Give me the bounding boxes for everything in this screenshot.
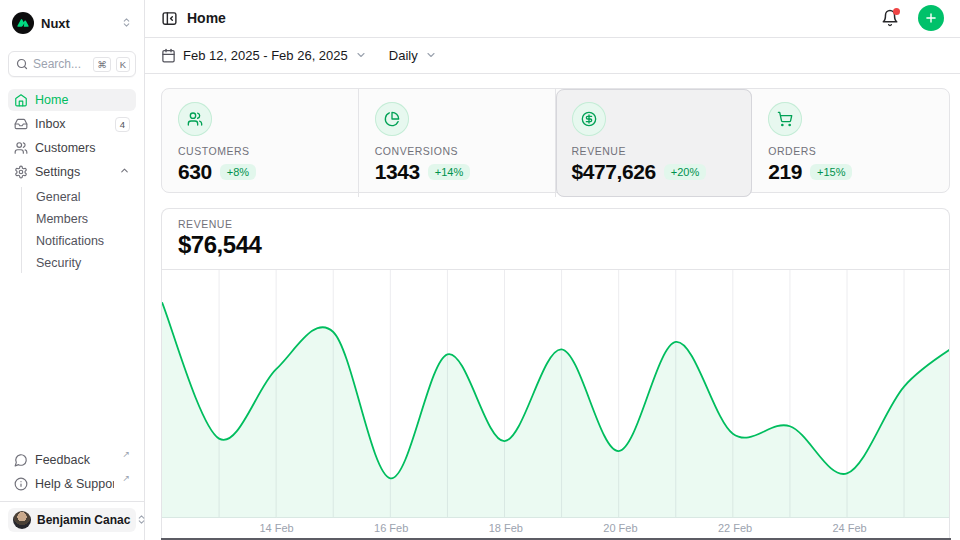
- external-link-icon: ↗: [122, 473, 130, 483]
- search-field[interactable]: [33, 57, 88, 71]
- dollar-circle-icon: [572, 102, 606, 136]
- cart-icon: [768, 102, 802, 136]
- stat-card-customers[interactable]: CUSTOMERS 630 +8%: [162, 89, 359, 197]
- stats-row: CUSTOMERS 630 +8% CONVERSIONS 1343 +14%: [161, 88, 950, 193]
- chart-header: REVENUE $76,544: [162, 209, 949, 270]
- sidebar-nav: Home Inbox 4 Customers Settings General: [8, 89, 136, 273]
- kbd-meta: ⌘: [93, 57, 111, 72]
- avatar: [13, 511, 31, 529]
- feedback-link[interactable]: Feedback ↗: [8, 449, 136, 471]
- stat-card-conversions[interactable]: CONVERSIONS 1343 +14%: [359, 89, 556, 197]
- stat-card-orders[interactable]: ORDERS 219 +15%: [752, 89, 949, 197]
- stat-value: 630: [178, 160, 212, 184]
- sidebar-item-general[interactable]: General: [32, 187, 136, 207]
- chevron-up-icon: [119, 165, 130, 179]
- delta-badge: +20%: [664, 164, 706, 180]
- gear-icon: [14, 165, 28, 179]
- sidebar-item-customers[interactable]: Customers: [8, 137, 136, 159]
- pie-chart-icon: [375, 102, 409, 136]
- collapse-sidebar-button[interactable]: [161, 10, 178, 27]
- page-title: Home: [187, 10, 872, 26]
- user-name: Benjamin Canac: [37, 513, 130, 527]
- date-range-label: Feb 12, 2025 - Feb 26, 2025: [183, 48, 348, 63]
- chart-plot[interactable]: [162, 270, 949, 518]
- area-fill: [162, 302, 949, 518]
- sub-item-label: General: [36, 190, 80, 204]
- user-menu[interactable]: Benjamin Canac: [8, 508, 136, 532]
- main-area: Home Feb 12, 2025 - Feb 26, 2025 Daily: [145, 0, 960, 540]
- search-input[interactable]: ⌘ K: [8, 51, 136, 77]
- revenue-area-chart[interactable]: [162, 270, 949, 518]
- content: CUSTOMERS 630 +8% CONVERSIONS 1343 +14%: [145, 74, 960, 540]
- help-support-link[interactable]: Help & Support ↗: [8, 473, 136, 495]
- users-icon: [178, 102, 212, 136]
- chevron-down-icon: [425, 49, 437, 61]
- sidebar-footer: Feedback ↗ Help & Support ↗: [8, 449, 136, 501]
- sub-item-label: Members: [36, 212, 88, 226]
- x-axis-label: 16 Feb: [374, 522, 408, 534]
- external-link-icon: ↗: [122, 449, 130, 459]
- sidebar-item-home[interactable]: Home: [8, 89, 136, 111]
- nuxt-logo-icon: [12, 12, 34, 34]
- notifications-button[interactable]: [881, 9, 899, 27]
- chat-bubble-icon: [14, 453, 28, 467]
- stat-value: $477,626: [572, 160, 656, 184]
- x-axis: 14 Feb16 Feb18 Feb20 Feb22 Feb24 Feb: [162, 518, 949, 540]
- x-axis-label: 18 Feb: [489, 522, 523, 534]
- sidebar-item-label: Home: [35, 93, 130, 107]
- sidebar-item-notifications[interactable]: Notifications: [32, 231, 136, 251]
- sidebar-item-label: Inbox: [35, 117, 108, 131]
- delta-badge: +8%: [220, 164, 256, 180]
- search-icon: [16, 58, 28, 70]
- sub-item-label: Notifications: [36, 234, 104, 248]
- stat-value: 219: [768, 160, 802, 184]
- home-icon: [14, 93, 28, 107]
- chevrons-up-down-icon: [121, 14, 132, 32]
- sidebar-item-inbox[interactable]: Inbox 4: [8, 113, 136, 135]
- sidebar-item-label: Settings: [35, 165, 112, 179]
- period-label: Daily: [389, 48, 418, 63]
- page-header: Home: [145, 0, 960, 38]
- chevron-down-icon: [355, 49, 367, 61]
- revenue-chart-card: REVENUE $76,544 14 Feb16 Feb18 Feb20 Feb…: [161, 208, 950, 540]
- add-button[interactable]: [918, 5, 944, 31]
- stat-label: ORDERS: [768, 145, 933, 157]
- x-axis-label: 24 Feb: [832, 522, 866, 534]
- workspace-switcher[interactable]: Nuxt: [8, 10, 136, 36]
- delta-badge: +15%: [810, 164, 852, 180]
- delta-badge: +14%: [428, 164, 470, 180]
- inbox-count-badge: 4: [115, 117, 130, 132]
- chart-current-value: $76,544: [178, 231, 933, 259]
- inbox-icon: [14, 117, 28, 131]
- footer-item-label: Help & Support: [35, 477, 114, 491]
- chart-title: REVENUE: [178, 218, 933, 230]
- sidebar-item-label: Customers: [35, 141, 130, 155]
- stat-value: 1343: [375, 160, 420, 184]
- date-range-picker[interactable]: Feb 12, 2025 - Feb 26, 2025: [161, 48, 367, 63]
- dashboard-app: Nuxt ⌘ K Home Inbox 4 Customers: [0, 0, 960, 540]
- footer-item-label: Feedback: [35, 453, 114, 467]
- plus-icon: [924, 11, 938, 25]
- divider: [0, 501, 144, 502]
- x-axis-label: 14 Feb: [259, 522, 293, 534]
- sidebar-item-settings[interactable]: Settings: [8, 161, 136, 183]
- sidebar-item-members[interactable]: Members: [32, 209, 136, 229]
- stat-card-revenue[interactable]: REVENUE $477,626 +20%: [556, 89, 753, 197]
- sidebar: Nuxt ⌘ K Home Inbox 4 Customers: [0, 0, 145, 540]
- sidebar-item-security[interactable]: Security: [32, 253, 136, 273]
- x-axis-label: 22 Feb: [718, 522, 752, 534]
- workspace-name: Nuxt: [41, 16, 114, 31]
- filters-toolbar: Feb 12, 2025 - Feb 26, 2025 Daily: [145, 38, 960, 74]
- kbd-k: K: [116, 57, 130, 72]
- panel-left-icon: [161, 10, 178, 27]
- stat-label: REVENUE: [572, 145, 736, 157]
- sub-item-label: Security: [36, 256, 81, 270]
- stat-label: CONVERSIONS: [375, 145, 539, 157]
- x-axis-label: 20 Feb: [603, 522, 637, 534]
- settings-sub-list: General Members Notifications Security: [21, 187, 136, 273]
- info-circle-icon: [14, 477, 28, 491]
- users-icon: [14, 141, 28, 155]
- stat-label: CUSTOMERS: [178, 145, 342, 157]
- calendar-icon: [161, 48, 176, 63]
- period-select[interactable]: Daily: [389, 48, 437, 63]
